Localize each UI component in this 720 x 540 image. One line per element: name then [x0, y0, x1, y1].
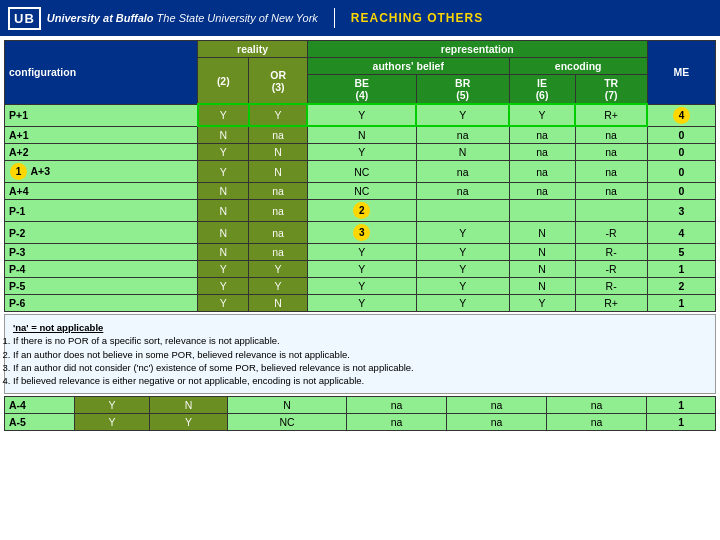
table-row: P-4 Y Y Y Y N -R 1	[5, 261, 716, 278]
br-cell: N	[416, 144, 509, 161]
bottom-table: A-4 Y N N na na na 1 A-5 Y Y NC na na na	[4, 396, 716, 431]
oe-cell: N	[198, 183, 249, 200]
me-cell: 0	[647, 161, 715, 183]
badge-3: 3	[353, 224, 370, 241]
ie-cell: Y	[509, 295, 575, 312]
tr-cell: R-	[575, 278, 647, 295]
or-cell: N	[249, 144, 308, 161]
table-row: P-1 N na 2 3	[5, 200, 716, 222]
config-cell: A+2	[5, 144, 198, 161]
university-name: University at Buffalo The State Universi…	[47, 12, 318, 24]
config-cell: P-1	[5, 200, 198, 222]
config-cell: P-6	[5, 295, 198, 312]
badge-4: 4	[673, 107, 690, 124]
br-cell: Y	[416, 222, 509, 244]
table-row: P+1 Y Y Y Y Y R+ 4	[5, 104, 716, 126]
ie-cell: N	[509, 222, 575, 244]
reaching-others: REACHING OTHERS	[351, 11, 483, 25]
table-row: A+4 N na NC na na na 0	[5, 183, 716, 200]
be-cell: NC	[307, 161, 416, 183]
config-cell: A-5	[5, 414, 75, 431]
config-cell: P-5	[5, 278, 198, 295]
or-cell: N	[249, 295, 308, 312]
oe-cell: Y	[198, 161, 249, 183]
config-cell: P-3	[5, 244, 198, 261]
or-cell: Y	[249, 278, 308, 295]
me-cell: 4	[647, 222, 715, 244]
br-cell: na	[416, 183, 509, 200]
or-cell: na	[249, 183, 308, 200]
or-cell: Y	[249, 261, 308, 278]
br-cell: Y	[416, 104, 509, 126]
representation-header: representation	[307, 41, 647, 58]
br-cell: na	[416, 126, 509, 144]
be-cell: Y	[307, 144, 416, 161]
oe-cell: Y	[198, 144, 249, 161]
header-divider	[334, 8, 335, 28]
config-header: configuration	[5, 41, 198, 105]
br-cell: na	[346, 414, 446, 431]
tr-header: TR(7)	[575, 75, 647, 105]
badge-1: 1	[10, 163, 27, 180]
tr-cell: na	[575, 183, 647, 200]
oe-header: (2)	[198, 58, 249, 105]
or-cell: N	[150, 397, 228, 414]
oe-cell: N	[198, 222, 249, 244]
or-cell: na	[249, 244, 308, 261]
config-cell: P-4	[5, 261, 198, 278]
table-row: P-3 N na Y Y N R- 5	[5, 244, 716, 261]
tr-cell: na	[547, 397, 647, 414]
badge-2: 2	[353, 202, 370, 219]
reality-header: reality	[198, 41, 308, 58]
be-cell: NC	[307, 183, 416, 200]
main-table: configuration reality representation ME …	[4, 40, 716, 312]
tr-cell: R+	[575, 104, 647, 126]
tr-cell: -R	[575, 261, 647, 278]
be-header: BE(4)	[307, 75, 416, 105]
ub-logo: UB	[8, 7, 41, 30]
me-cell: 5	[647, 244, 715, 261]
me-cell: 3	[647, 200, 715, 222]
be-cell: 3	[307, 222, 416, 244]
config-cell: A-4	[5, 397, 75, 414]
tr-cell: na	[575, 126, 647, 144]
ie-cell: Y	[509, 104, 575, 126]
be-cell: NC	[228, 414, 347, 431]
tr-cell: -R	[575, 222, 647, 244]
header: UB University at Buffalo The State Unive…	[0, 0, 720, 36]
me-cell: 0	[647, 183, 715, 200]
tr-cell: na	[575, 144, 647, 161]
note-item-4: If believed relevance is either negative…	[13, 374, 707, 387]
ie-cell: N	[509, 261, 575, 278]
config-cell: A+1	[5, 126, 198, 144]
tr-cell: na	[547, 414, 647, 431]
ie-cell: na	[509, 183, 575, 200]
config-cell: P-2	[5, 222, 198, 244]
or-cell: Y	[249, 104, 308, 126]
authors-belief-header: authors' belief	[307, 58, 509, 75]
or-cell: na	[249, 200, 308, 222]
be-cell: Y	[307, 244, 416, 261]
ie-cell: na	[509, 161, 575, 183]
table-wrapper: configuration reality representation ME …	[4, 40, 716, 431]
oe-cell: Y	[198, 278, 249, 295]
ie-cell	[509, 200, 575, 222]
notes-list: If there is no POR of a specific sort, r…	[13, 334, 707, 387]
config-cell: A+4	[5, 183, 198, 200]
table-row: P-2 N na 3 Y N -R 4	[5, 222, 716, 244]
be-cell: N	[307, 126, 416, 144]
br-cell: Y	[416, 261, 509, 278]
tr-cell	[575, 200, 647, 222]
table-row: P-5 Y Y Y Y N R- 2	[5, 278, 716, 295]
me-cell: 4	[647, 104, 715, 126]
config-cell: P+1	[5, 104, 198, 126]
note-item-3: If an author did not consider ('nc') exi…	[13, 361, 707, 374]
encoding-header: encoding	[509, 58, 647, 75]
oe-cell: Y	[198, 104, 249, 126]
ie-cell: na	[509, 144, 575, 161]
oe-cell: N	[198, 200, 249, 222]
me-cell: 1	[647, 295, 715, 312]
or-cell: N	[249, 161, 308, 183]
be-cell: Y	[307, 261, 416, 278]
or-cell: na	[249, 222, 308, 244]
